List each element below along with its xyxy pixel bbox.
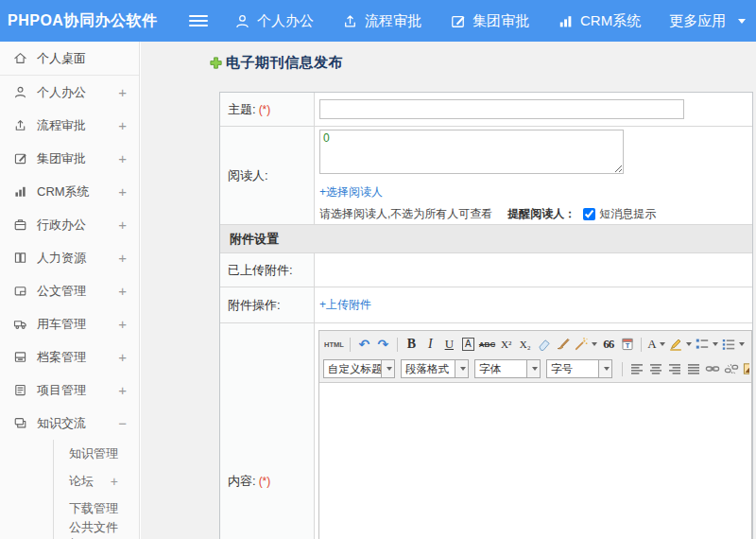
paste-plain-button[interactable]: T bbox=[618, 335, 636, 354]
remove-format-button[interactable] bbox=[535, 335, 553, 354]
readers-hint-line: 请选择阅读人,不选为所有人可查看 提醒阅读人： 短消息提示 bbox=[319, 206, 752, 222]
align-center-icon bbox=[648, 361, 663, 376]
sidebar-item-admin-office[interactable]: 行政办公+ bbox=[0, 208, 139, 241]
align-left-button[interactable] bbox=[627, 359, 645, 378]
expand-plus-icon[interactable]: + bbox=[118, 117, 127, 133]
flow-icon bbox=[13, 118, 27, 132]
nav-item-group-approval[interactable]: 集团审批 bbox=[450, 12, 529, 30]
menu-icon[interactable] bbox=[189, 12, 208, 29]
expand-plus-icon[interactable]: + bbox=[118, 150, 127, 166]
nav-item-personal-office[interactable]: 个人办公 bbox=[234, 12, 314, 30]
chevron-down-icon bbox=[592, 342, 597, 346]
nav-item-workflow-approval[interactable]: 流程审批 bbox=[342, 12, 421, 30]
expand-plus-icon[interactable]: + bbox=[118, 316, 127, 332]
upload-attachment-link[interactable]: +上传附件 bbox=[319, 297, 371, 313]
strikethrough-button[interactable]: ABC bbox=[478, 335, 496, 354]
bold-button[interactable]: B bbox=[403, 335, 421, 354]
sidebar-item-workflow-approval[interactable]: 流程审批+ bbox=[0, 109, 139, 142]
sms-checkbox[interactable] bbox=[583, 208, 595, 220]
highlight-button[interactable] bbox=[667, 335, 693, 354]
sidebar-item-label: 流程审批 bbox=[37, 117, 86, 134]
subject-input[interactable] bbox=[319, 99, 684, 119]
font-frame-button[interactable]: A bbox=[459, 335, 477, 354]
sidebar-item-label: 知识交流 bbox=[37, 415, 86, 432]
paste-icon: T bbox=[620, 337, 635, 352]
expand-plus-icon[interactable]: + bbox=[118, 382, 127, 398]
italic-button[interactable]: I bbox=[421, 335, 439, 354]
sidebar-item-vehicle-management[interactable]: 用车管理+ bbox=[0, 307, 139, 340]
ordered-list-button[interactable] bbox=[694, 335, 719, 354]
attachment-ops-label: 附件操作: bbox=[220, 287, 315, 322]
underline-button[interactable]: U bbox=[440, 335, 458, 354]
chevron-down-icon bbox=[660, 342, 665, 346]
expand-plus-icon[interactable]: + bbox=[118, 349, 127, 365]
dropdown-caret[interactable] bbox=[526, 360, 540, 377]
sidebar-item-personal-office[interactable]: 个人办公+ bbox=[0, 76, 139, 109]
ops-label-text: 附件操作: bbox=[228, 297, 281, 314]
readers-label: 阅读人: bbox=[220, 127, 315, 224]
superscript-button[interactable]: X² bbox=[497, 335, 515, 354]
sidebar-item-document-management[interactable]: 公文管理+ bbox=[0, 274, 139, 307]
paragraph-select[interactable]: 段落格式 bbox=[401, 359, 469, 378]
unlink-button[interactable] bbox=[722, 359, 740, 378]
sidebar-item-personal-desktop[interactable]: 个人桌面 bbox=[0, 42, 139, 76]
subject-row: 主题: (*) bbox=[220, 93, 752, 127]
quick-format-button[interactable] bbox=[573, 335, 598, 354]
nav-item-more-apps[interactable]: 更多应用 bbox=[669, 12, 746, 30]
toolbar-separator bbox=[622, 362, 623, 376]
justify-icon bbox=[686, 361, 701, 376]
editor-content-area[interactable] bbox=[319, 383, 751, 539]
expand-plus-icon[interactable]: + bbox=[118, 183, 127, 200]
justify-button[interactable] bbox=[684, 359, 702, 378]
superscript-glyph: X² bbox=[501, 339, 511, 350]
size-select[interactable]: 字号 bbox=[546, 359, 612, 378]
collapse-minus-icon[interactable]: − bbox=[118, 415, 127, 431]
nav-item-crm-system[interactable]: CRM系统 bbox=[558, 12, 641, 30]
expand-plus-icon[interactable]: + bbox=[118, 84, 127, 100]
dropdown-caret[interactable] bbox=[598, 360, 611, 377]
sidebar-item-project-management[interactable]: 项目管理+ bbox=[0, 374, 139, 407]
font-color-button[interactable]: A bbox=[646, 335, 665, 354]
page-title-row: 电子期刊信息发布 bbox=[209, 54, 343, 72]
sidebar-subitem-public-file-cabinet[interactable]: 公共文件柜 bbox=[54, 522, 139, 539]
font-select[interactable]: 字体 bbox=[474, 359, 541, 378]
select-readers-link[interactable]: +选择阅读人 bbox=[319, 184, 752, 200]
html-source-button[interactable]: HTML bbox=[323, 335, 345, 354]
link-button[interactable] bbox=[703, 359, 721, 378]
svg-text:T: T bbox=[625, 341, 629, 350]
nav-item-label: 集团审批 bbox=[472, 12, 529, 30]
undo-button[interactable]: ↶ bbox=[355, 335, 373, 354]
truck-icon bbox=[13, 317, 27, 331]
insert-image-button[interactable] bbox=[741, 359, 749, 378]
sidebar-item-crm-system[interactable]: CRM系统+ bbox=[0, 175, 139, 208]
expand-plus-icon[interactable]: + bbox=[118, 250, 127, 266]
dropdown-caret[interactable] bbox=[455, 360, 468, 377]
expand-plus-icon[interactable]: + bbox=[118, 217, 127, 233]
heading-select[interactable]: 自定义标题 bbox=[323, 359, 395, 378]
sidebar-item-human-resources[interactable]: 人力资源+ bbox=[0, 241, 139, 274]
editor-toolbar-row1: HTML↶↷BIUAABCX²X₂66TA bbox=[321, 332, 749, 356]
nav-item-label: 个人办公 bbox=[257, 12, 314, 30]
subscript-button[interactable]: X₂ bbox=[516, 335, 534, 354]
redo-button[interactable]: ↷ bbox=[374, 335, 392, 354]
sidebar-item-knowledge-exchange[interactable]: 知识交流− bbox=[0, 407, 139, 440]
sidebar-subitem-forum[interactable]: 论坛+ bbox=[54, 467, 139, 495]
expand-plus-icon[interactable]: + bbox=[111, 474, 118, 489]
sidebar-item-group-approval[interactable]: 集团审批+ bbox=[0, 142, 139, 175]
expand-plus-icon[interactable]: + bbox=[118, 283, 127, 299]
uploaded-attachments-row: 已上传附件: bbox=[220, 253, 752, 287]
align-right-button[interactable] bbox=[665, 359, 683, 378]
sidebar-subitem-label: 下载管理 bbox=[69, 500, 118, 517]
ulist-icon bbox=[721, 337, 736, 352]
blockquote-button[interactable]: 66 bbox=[599, 335, 617, 354]
blockquote-glyph: 66 bbox=[603, 337, 613, 352]
format-painter-button[interactable] bbox=[554, 335, 572, 354]
chevron-down-icon bbox=[604, 367, 610, 371]
sidebar-item-archive-management[interactable]: 档案管理+ bbox=[0, 340, 139, 374]
unordered-list-button[interactable] bbox=[720, 335, 746, 354]
sidebar-subitem-knowledge-management[interactable]: 知识管理 bbox=[54, 440, 139, 467]
readers-textarea[interactable]: 0 bbox=[319, 130, 624, 174]
align-center-button[interactable] bbox=[646, 359, 664, 378]
dropdown-caret[interactable] bbox=[381, 360, 394, 377]
content-label: 内容: (*) bbox=[220, 323, 315, 539]
